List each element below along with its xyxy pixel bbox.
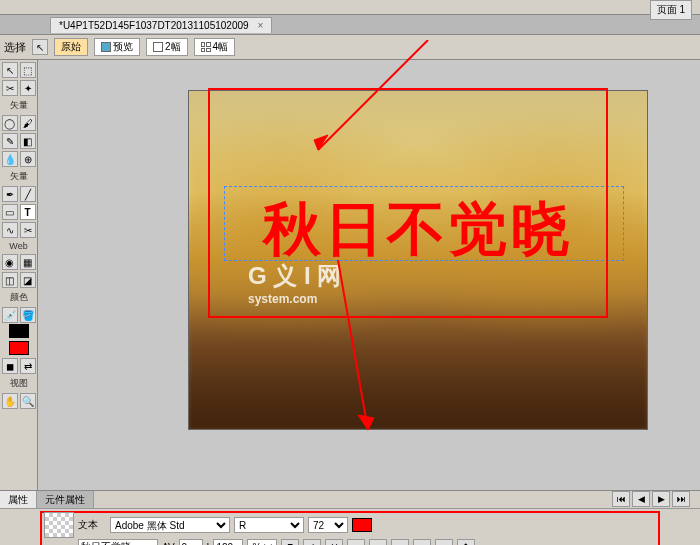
align-center-button[interactable]: ≡ — [369, 539, 387, 545]
annotation-arrow-2 — [318, 260, 398, 440]
default-colors[interactable]: ◼ — [2, 358, 18, 374]
pointer-icon[interactable]: ↖ — [32, 39, 48, 55]
type-label: 文本 — [78, 518, 106, 532]
eyedropper-tool[interactable]: 💉 — [2, 307, 18, 323]
font-size-select[interactable]: 72 — [308, 517, 348, 533]
subselect-tool[interactable]: ⬚ — [20, 62, 36, 78]
section-color: 颜色 — [10, 291, 28, 304]
zoom-tool[interactable]: 🔍 — [20, 393, 36, 409]
section-vector: 矢量 — [10, 99, 28, 112]
original-button[interactable]: 原始 — [54, 38, 88, 56]
stroke-swatch[interactable] — [9, 324, 29, 338]
document-tab[interactable]: *U4P1T52D145F1037DT20131105102009 × — [50, 17, 272, 33]
knife-tool[interactable]: ✂ — [20, 222, 36, 238]
tab-element-properties[interactable]: 元件属性 — [37, 491, 94, 508]
nav-prev[interactable]: ◀ — [632, 491, 650, 507]
fill-swatch[interactable] — [9, 341, 29, 355]
stamp-tool[interactable]: ⊕ — [20, 151, 36, 167]
svg-line-2 — [338, 260, 368, 430]
eraser-tool[interactable]: ◧ — [20, 133, 36, 149]
brush-tool[interactable]: 🖌 — [20, 115, 36, 131]
leading-unit[interactable]: % — [247, 539, 277, 545]
tracking-input[interactable] — [179, 539, 203, 545]
preview-button[interactable]: 预览 — [94, 38, 140, 56]
bucket-tool[interactable]: 🪣 — [20, 307, 36, 323]
wand-tool[interactable]: ✦ — [20, 80, 36, 96]
tools-panel: ↖ ⬚ ✂ ✦ 矢量 ◯ 🖌 ✎ ◧ 💧 ⊕ 矢量 ✒ ╱ ▭ T ∿ ✂ We… — [0, 60, 38, 490]
swap-colors[interactable]: ⇄ — [20, 358, 36, 374]
annotation-box-2: 文本 Adobe 黑体 Std R 72 AV I % B I U ≡ ≡ ≡ … — [40, 511, 660, 545]
hide-tool[interactable]: ◫ — [2, 272, 18, 288]
hotspot-tool[interactable]: ◉ — [2, 254, 18, 270]
align-right-button[interactable]: ≡ — [391, 539, 409, 545]
lasso-tool[interactable]: ◯ — [2, 115, 18, 131]
pencil-tool[interactable]: ✎ — [2, 133, 18, 149]
italic-button[interactable]: I — [303, 539, 321, 545]
nav-next[interactable]: ▶ — [652, 491, 670, 507]
font-style-select[interactable]: R — [234, 517, 304, 533]
selection-tool[interactable]: ↖ — [2, 62, 18, 78]
hand-tool[interactable]: ✋ — [2, 393, 18, 409]
text-orient-v[interactable]: ⬍ — [457, 539, 475, 545]
blur-tool[interactable]: 💧 — [2, 151, 18, 167]
svg-line-0 — [318, 40, 428, 150]
text-color-swatch[interactable] — [352, 518, 372, 532]
leading-input[interactable] — [213, 539, 243, 545]
section-web: Web — [9, 241, 27, 251]
nav-first[interactable]: ⏮ — [612, 491, 630, 507]
align-left-button[interactable]: ≡ — [347, 539, 365, 545]
leading-icon: I — [207, 542, 210, 546]
align-justify-button[interactable]: ≡ — [413, 539, 431, 545]
properties-panel: 属性 元件属性 ⏮ ◀ ▶ ⏭ 文本 Adobe 黑体 Std R 72 AV … — [0, 490, 700, 545]
tab-properties[interactable]: 属性 — [0, 491, 37, 508]
text-value-input[interactable] — [78, 539, 158, 545]
bold-button[interactable]: B — [281, 539, 299, 545]
canvas-area: 秋日不觉晓 G 义 I 网 system.com — [38, 60, 700, 490]
close-icon[interactable]: × — [257, 20, 263, 31]
page-indicator[interactable]: 页面 1 — [650, 0, 692, 20]
line-tool[interactable]: ╱ — [20, 186, 36, 202]
crop-tool[interactable]: ✂ — [2, 80, 18, 96]
slice-tool[interactable]: ▦ — [20, 254, 36, 270]
menu-bar — [0, 0, 700, 15]
underline-button[interactable]: U — [325, 539, 343, 545]
text-tool[interactable]: T — [20, 204, 36, 220]
select-label: 选择 — [4, 40, 26, 55]
canvas-text[interactable]: 秋日不觉晓 — [229, 191, 607, 269]
svg-marker-3 — [358, 415, 374, 430]
rect-tool[interactable]: ▭ — [2, 204, 18, 220]
document-title: *U4P1T52D145F1037DT20131105102009 — [59, 20, 249, 31]
show-tool[interactable]: ◪ — [20, 272, 36, 288]
pen-tool[interactable]: ✒ — [2, 186, 18, 202]
four-up-button[interactable]: 4幅 — [194, 38, 236, 56]
document-tab-bar: *U4P1T52D145F1037DT20131105102009 × — [0, 15, 700, 35]
section-vector2: 矢量 — [10, 170, 28, 183]
freeform-tool[interactable]: ∿ — [2, 222, 18, 238]
nav-last[interactable]: ⏭ — [672, 491, 690, 507]
av-label: AV — [162, 542, 175, 546]
text-orient-h[interactable]: ⬌ — [435, 539, 453, 545]
preview-swatch — [44, 512, 74, 538]
two-up-button[interactable]: 2幅 — [146, 38, 188, 56]
font-family-select[interactable]: Adobe 黑体 Std — [110, 517, 230, 533]
annotation-arrow-1 — [308, 40, 448, 160]
section-view: 视图 — [10, 377, 28, 390]
